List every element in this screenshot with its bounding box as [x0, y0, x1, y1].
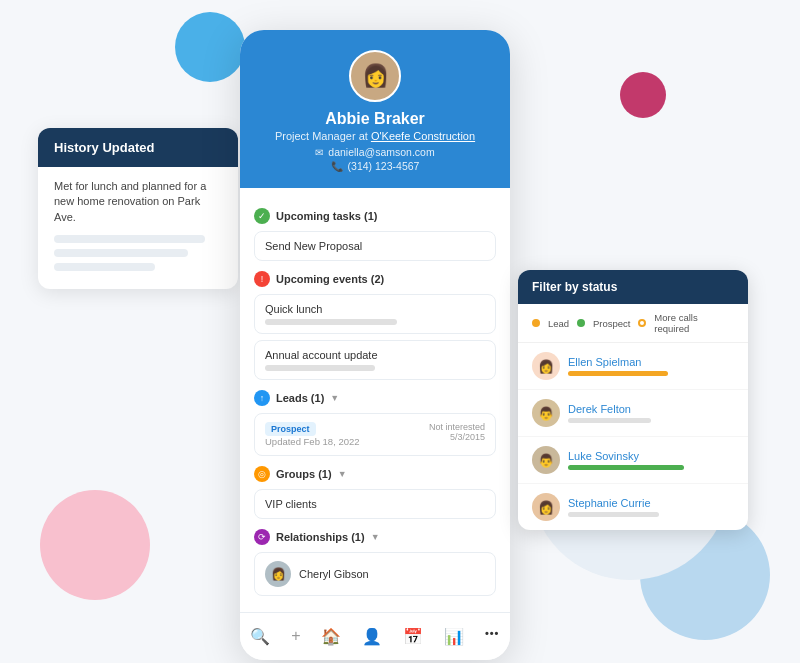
event-sub-1	[265, 319, 397, 325]
event-sub-2	[265, 365, 375, 371]
legend-dot-lead	[532, 319, 540, 327]
leads-section: ↑ Leads (1) ▼ Prospect Updated Feb 18, 2…	[254, 390, 496, 456]
task-item-1[interactable]: Send New Proposal	[254, 231, 496, 261]
nav-calendar[interactable]: 📅	[395, 623, 431, 650]
legend-label-calls: More calls required	[654, 312, 734, 334]
person-avatar-3: 👨	[532, 446, 560, 474]
email-contact: ✉ daniella@samson.com	[258, 146, 492, 158]
nav-add[interactable]: +	[283, 623, 308, 650]
leads-title: Leads (1)	[276, 392, 324, 404]
bg-circle-maroon	[620, 72, 666, 118]
nav-more[interactable]: •••	[477, 623, 508, 650]
person-name-3: Luke Sovinsky	[568, 450, 734, 462]
leads-row: Prospect Updated Feb 18, 2022 Not intere…	[265, 422, 485, 447]
groups-icon: ◎	[254, 466, 270, 482]
relationships-icon: ⟳	[254, 529, 270, 545]
person-info-3: Luke Sovinsky	[568, 450, 734, 470]
not-interested-date: 5/3/2015	[429, 432, 485, 442]
relationships-dropdown-icon[interactable]: ▼	[371, 532, 380, 542]
phone-value: (314) 123-4567	[348, 160, 420, 172]
email-value: daniella@samson.com	[328, 146, 434, 158]
legend-dot-calls	[638, 319, 646, 327]
history-line-3	[54, 263, 155, 271]
person-title-text: Project Manager at	[275, 130, 371, 142]
leads-dropdown-icon[interactable]: ▼	[330, 393, 339, 403]
group-item-1[interactable]: VIP clients	[254, 489, 496, 519]
groups-dropdown-icon[interactable]: ▼	[338, 469, 347, 479]
email-icon: ✉	[315, 147, 323, 158]
person-bar-1	[568, 371, 668, 376]
rel-name-1: Cheryl Gibson	[299, 568, 369, 580]
event-name-2: Annual account update	[265, 349, 378, 361]
filter-card: Filter by status Lead Prospect More call…	[518, 270, 748, 530]
person-name-4: Stephanie Currie	[568, 497, 734, 509]
person-bar-2	[568, 418, 651, 423]
nav-person[interactable]: 👤	[354, 623, 390, 650]
task-name-1: Send New Proposal	[265, 240, 362, 252]
nav-home[interactable]: 🏠	[313, 623, 349, 650]
leads-left: Prospect Updated Feb 18, 2022	[265, 422, 429, 447]
legend-label-prospect: Prospect	[593, 318, 631, 329]
person-info-1: Ellen Spielman	[568, 356, 734, 376]
history-card-header: History Updated	[38, 128, 238, 167]
lead-updated: Updated Feb 18, 2022	[265, 436, 429, 447]
person-avatar-1: 👩	[532, 352, 560, 380]
person-avatar-2: 👨	[532, 399, 560, 427]
person-bar-4	[568, 512, 659, 517]
tasks-icon: ✓	[254, 208, 270, 224]
events-title: Upcoming events (2)	[276, 273, 384, 285]
groups-header: ◎ Groups (1) ▼	[254, 466, 496, 482]
avatar: 👩	[349, 50, 401, 102]
filter-person-2[interactable]: 👨 Derek Felton	[518, 390, 748, 437]
filter-person-4[interactable]: 👩 Stephanie Currie	[518, 484, 748, 530]
person-info-4: Stephanie Currie	[568, 497, 734, 517]
bg-circle-blue	[175, 12, 245, 82]
legend-dot-prospect	[577, 319, 585, 327]
group-name-1: VIP clients	[265, 498, 317, 510]
leads-icon: ↑	[254, 390, 270, 406]
filter-legend: Lead Prospect More calls required	[518, 304, 748, 343]
history-line-2	[54, 249, 188, 257]
person-avatar-4: 👩	[532, 493, 560, 521]
event-name-1: Quick lunch	[265, 303, 322, 315]
event-item-2[interactable]: Annual account update	[254, 340, 496, 380]
history-body-text: Met for lunch and planned for a new home…	[54, 179, 222, 225]
not-interested-label: Not interested	[429, 422, 485, 432]
person-name: Abbie Braker	[258, 110, 492, 128]
person-name-2: Derek Felton	[568, 403, 734, 415]
relationship-item-1[interactable]: 👩 Cheryl Gibson	[254, 552, 496, 596]
history-card: History Updated Met for lunch and planne…	[38, 128, 238, 289]
bg-circle-pink	[40, 490, 150, 600]
relationships-section: ⟳ Relationships (1) ▼ 👩 Cheryl Gibson	[254, 529, 496, 596]
history-line-1	[54, 235, 205, 243]
history-title: History Updated	[54, 140, 154, 155]
filter-header: Filter by status	[518, 270, 748, 304]
person-info-2: Derek Felton	[568, 403, 734, 423]
legend-label-lead: Lead	[548, 318, 569, 329]
events-header: ! Upcoming events (2)	[254, 271, 496, 287]
person-name-1: Ellen Spielman	[568, 356, 734, 368]
groups-title: Groups (1)	[276, 468, 332, 480]
rel-avatar-1: 👩	[265, 561, 291, 587]
nav-search[interactable]: 🔍	[242, 623, 278, 650]
company-link[interactable]: O'Keefe Construction	[371, 130, 475, 142]
groups-section: ◎ Groups (1) ▼ VIP clients	[254, 466, 496, 519]
filter-title: Filter by status	[532, 280, 617, 294]
phone-contact: 📞 (314) 123-4567	[258, 160, 492, 172]
relationships-title: Relationships (1)	[276, 531, 365, 543]
tasks-section: ✓ Upcoming tasks (1) Send New Proposal	[254, 208, 496, 261]
lead-item-1[interactable]: Prospect Updated Feb 18, 2022 Not intere…	[254, 413, 496, 456]
phone-body: ✓ Upcoming tasks (1) Send New Proposal !…	[240, 188, 510, 612]
events-icon: !	[254, 271, 270, 287]
phone-icon: 📞	[331, 161, 343, 172]
filter-person-1[interactable]: 👩 Ellen Spielman	[518, 343, 748, 390]
phone-nav: 🔍 + 🏠 👤 📅 📊 •••	[240, 612, 510, 660]
leads-header: ↑ Leads (1) ▼	[254, 390, 496, 406]
tasks-header: ✓ Upcoming tasks (1)	[254, 208, 496, 224]
filter-person-3[interactable]: 👨 Luke Sovinsky	[518, 437, 748, 484]
event-item-1[interactable]: Quick lunch	[254, 294, 496, 334]
person-bar-3	[568, 465, 684, 470]
nav-chart[interactable]: 📊	[436, 623, 472, 650]
history-card-body: Met for lunch and planned for a new home…	[38, 167, 238, 289]
phone-header: 👩 Abbie Braker Project Manager at O'Keef…	[240, 30, 510, 188]
